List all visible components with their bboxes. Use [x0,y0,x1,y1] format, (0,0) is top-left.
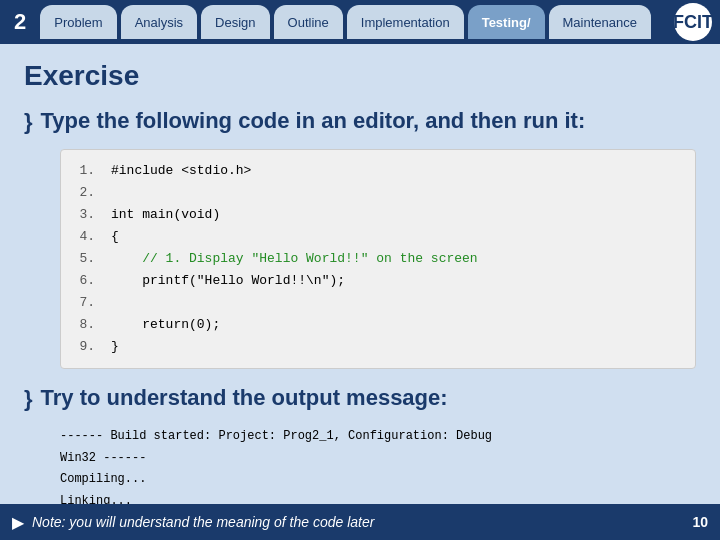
output-line-2: Win32 ------ [60,448,696,470]
bullet-section-1: } Type the following code in an editor, … [24,108,696,137]
code-line-9: 9. } [75,336,681,358]
code-line-2: 2. [75,182,681,204]
tab-maintenance[interactable]: Maintenance [549,5,651,39]
code-line-4: 4. { [75,226,681,248]
output-line-3: Compiling... [60,469,696,491]
tab-testing[interactable]: Testing/ [468,5,545,39]
slide-number: 2 [8,9,32,35]
bottom-arrow-icon: ▶ [12,513,24,532]
tab-outline[interactable]: Outline [274,5,343,39]
bullet-section-2: } Try to understand the output message: [24,385,696,414]
top-nav: 2 Problem Analysis Design Outline Implem… [0,0,720,44]
bottom-bar: ▶ Note: you will understand the meaning … [0,504,720,540]
code-line-5: 5. // 1. Display "Hello World!!" on the … [75,248,681,270]
bullet-text-2: Try to understand the output message: [41,385,448,411]
output-line-1: ------ Build started: Project: Prog2_1, … [60,426,696,448]
tab-problem[interactable]: Problem [40,5,116,39]
bottom-note-text: Note: you will understand the meaning of… [32,514,374,530]
code-line-1: 1. #include <stdio.h> [75,160,681,182]
bullet-arrow-1: } [24,108,33,137]
code-line-3: 3. int main(void) [75,204,681,226]
tab-implementation[interactable]: Implementation [347,5,464,39]
page-title: Exercise [24,60,696,92]
bullet-arrow-2: } [24,385,33,414]
bullet-text-1: Type the following code in an editor, an… [41,108,586,134]
logo: FCIT [674,3,712,41]
page-content: Exercise } Type the following code in an… [0,44,720,540]
code-line-8: 8. return(0); [75,314,681,336]
code-line-7: 7. [75,292,681,314]
code-line-6: 6. printf("Hello World!!\n"); [75,270,681,292]
page-number: 10 [692,514,708,530]
tab-design[interactable]: Design [201,5,269,39]
tab-analysis[interactable]: Analysis [121,5,197,39]
code-block: 1. #include <stdio.h> 2. 3. int main(voi… [60,149,696,370]
